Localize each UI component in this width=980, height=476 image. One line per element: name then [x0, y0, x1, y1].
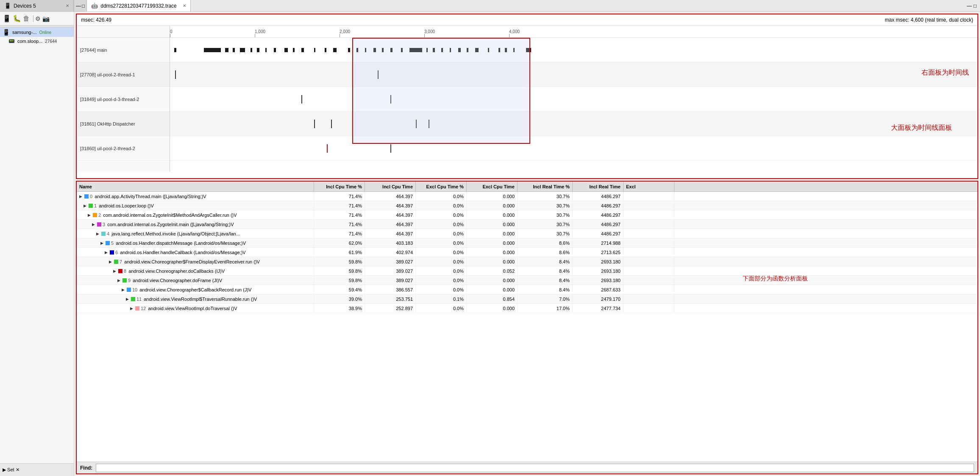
process-icon: 📟	[8, 38, 15, 44]
tab-trace-close[interactable]: ✕	[183, 3, 186, 8]
col-incl-real-10: 2687.633	[573, 285, 624, 294]
bar-main-15	[333, 48, 337, 52]
col-excl-12	[624, 304, 674, 313]
table-row[interactable]: ▶ 1 android.os.Looper.loop ()V 71.4% 464…	[77, 201, 977, 210]
table-row[interactable]: ▶ 4 java.lang.reflect.Method.invoke (Lja…	[77, 229, 977, 238]
col-incl-cpu-pct-4: 71.4%	[314, 229, 365, 238]
color-box-11	[131, 297, 135, 301]
col-name-2: ▶ 2 com.android.internal.os.ZygoteInit$M…	[77, 210, 314, 219]
expand-icon-4[interactable]: ▶	[96, 232, 99, 236]
process-name: com.sloop...	[17, 39, 42, 44]
col-excl-cpu-3: 0.000	[467, 220, 518, 229]
maximize-icon[interactable]: □	[82, 3, 85, 9]
col-incl-cpu-12: 252.897	[365, 304, 416, 313]
col-excl-cpu-10: 0.000	[467, 285, 518, 294]
expand-icon-8[interactable]: ▶	[113, 269, 116, 273]
col-incl-cpu-10: 386.557	[365, 285, 416, 294]
thread-labels: [27644] main [27708] uil-pool-2-thread-1…	[77, 26, 170, 172]
col-incl-real-pct-10: 8.4%	[518, 285, 573, 294]
table-row[interactable]: ▶ 11 android.view.ViewRootImpl$Traversal…	[77, 294, 977, 304]
expand-icon-1[interactable]: ▶	[84, 204, 86, 208]
table-row[interactable]: ▶ 9 android.view.Choreographer.doFrame (…	[77, 276, 977, 285]
table-row[interactable]: ▶ 2 com.android.internal.os.ZygoteInit$M…	[77, 210, 977, 220]
table-row[interactable]: ▶ 5 android.os.Handler.dispatchMessage (…	[77, 238, 977, 248]
expand-icon-6[interactable]: ▶	[105, 250, 108, 255]
axis-tick-3000: 3,000	[424, 26, 435, 37]
table-row[interactable]: ▶ 6 android.os.Handler.handleCallback (L…	[77, 248, 977, 257]
maximize-main-icon[interactable]: □	[974, 3, 977, 9]
expand-icon-3[interactable]: ▶	[92, 222, 95, 227]
col-header-incl-real-pct: Incl Real Time %	[518, 182, 573, 191]
col-name-6: ▶ 6 android.os.Handler.handleCallback (L…	[77, 248, 314, 257]
bar-uil2-2	[390, 144, 391, 153]
expand-icon-11[interactable]: ▶	[126, 297, 129, 301]
bar-uil1-1	[175, 70, 176, 79]
expand-icon-2[interactable]: ▶	[88, 213, 91, 217]
col-excl-cpu-5: 0.000	[467, 238, 518, 247]
debug-icon[interactable]: 🐛	[13, 14, 21, 22]
device-item-samsung[interactable]: 📱 samsung-... Online	[0, 28, 74, 37]
col-incl-cpu-pct-1: 71.4%	[314, 201, 365, 210]
col-incl-cpu-8: 389.027	[365, 266, 416, 275]
expand-icon-10[interactable]: ▶	[122, 288, 125, 292]
table-row[interactable]: ▶ 0 android.app.ActivityThread.main ([Lj…	[77, 192, 977, 201]
thread-label-main: [27644] main	[77, 38, 170, 62]
col-incl-real-1: 4486.297	[573, 201, 624, 210]
expand-icon-7[interactable]: ▶	[109, 260, 112, 264]
expand-icon-5[interactable]: ▶	[100, 241, 103, 245]
settings-icon[interactable]: ⚙	[35, 15, 41, 22]
axis-row: 0 1,000 2,000 3,000 4,000	[170, 26, 977, 38]
expand-icon-9[interactable]: ▶	[117, 278, 120, 283]
expand-icon-12[interactable]: ▶	[130, 306, 133, 311]
col-incl-cpu-pct-3: 71.4%	[314, 220, 365, 229]
expand-icon-0[interactable]: ▶	[79, 194, 82, 199]
find-input[interactable]	[96, 464, 974, 472]
col-name-7: ▶ 7 android.view.Choreographer$FrameDisp…	[77, 257, 314, 266]
table-row[interactable]: ▶ 3 com.android.internal.os.ZygoteInit.m…	[77, 220, 977, 229]
table-row[interactable]: ▶ 8 android.view.Choreographer.doCallbac…	[77, 266, 977, 276]
track-uil-d1	[170, 87, 977, 112]
table-row[interactable]: ▶ 10 android.view.Choreographer$Callback…	[77, 285, 977, 294]
table-row[interactable]: ▶ 7 android.view.Choreographer$FrameDisp…	[77, 257, 977, 266]
timeline-tracks[interactable]: 0 1,000 2,000 3,000 4,000	[170, 26, 977, 172]
col-name-5: ▶ 5 android.os.Handler.dispatchMessage (…	[77, 238, 314, 247]
bar-main-7	[257, 48, 259, 52]
col-excl-cpu-0: 0.000	[467, 192, 518, 201]
thread-label-uil2: [31860] uil-pool-2-thread-2	[77, 136, 170, 161]
tab-trace[interactable]: 🤖 ddms272281203477199332.trace ✕	[87, 0, 190, 11]
delete-icon[interactable]: 🗑	[23, 15, 30, 22]
col-excl-8	[624, 266, 674, 275]
col-excl-cpu-pct-11: 0.1%	[416, 294, 467, 303]
col-excl-cpu-9: 0.000	[467, 276, 518, 285]
device-item-process[interactable]: 📟 com.sloop... 27644	[0, 37, 74, 45]
color-box-5	[106, 241, 110, 245]
camera-icon[interactable]: 📷	[42, 15, 50, 22]
row-name-12: android.view.ViewRootImpl.doTraversal ()…	[148, 306, 237, 311]
annotation-bottom: 下面部分为函数分析面板	[743, 275, 808, 283]
col-incl-cpu-5: 403.183	[365, 238, 416, 247]
col-excl-2	[624, 210, 674, 219]
col-excl-cpu-pct-2: 0.0%	[416, 210, 467, 219]
track-main	[170, 38, 977, 62]
tab-devices[interactable]: 📱 Devices 5 ✕	[0, 0, 74, 11]
row-num-9: 9	[128, 278, 131, 283]
row-num-7: 7	[120, 259, 122, 264]
color-box-2	[93, 213, 97, 217]
col-incl-cpu-1: 464.397	[365, 201, 416, 210]
col-excl-cpu-pct-7: 0.0%	[416, 257, 467, 266]
row-num-0: 0	[90, 194, 92, 199]
table-row[interactable]: ▶ 12 android.view.ViewRootImpl.doTravers…	[77, 304, 977, 313]
col-excl-7	[624, 257, 674, 266]
tab-devices-close[interactable]: ✕	[66, 3, 69, 8]
minimize-main-icon[interactable]: —	[967, 3, 972, 9]
annotation-right: 右面板为时间线	[922, 68, 969, 77]
new-device-icon[interactable]: 📱	[3, 14, 11, 22]
row-num-10: 10	[132, 287, 137, 292]
col-incl-cpu-pct-11: 39.0%	[314, 294, 365, 303]
analysis-table-body[interactable]: ▶ 0 android.app.ActivityThread.main ([Lj…	[77, 192, 977, 462]
minimize-icon[interactable]: —	[76, 3, 81, 9]
android-device-icon: 📱	[4, 3, 11, 9]
row-name-5: android.os.Handler.dispatchMessage (Land…	[116, 241, 246, 246]
col-excl-cpu-1: 0.000	[467, 201, 518, 210]
col-excl-cpu-4: 0.000	[467, 229, 518, 238]
